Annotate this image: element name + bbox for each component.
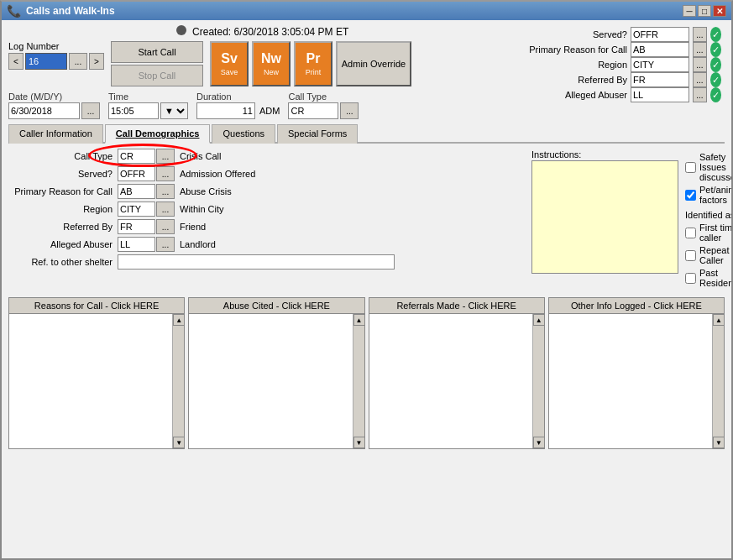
tab-questions[interactable]: Questions [212, 124, 275, 144]
tab-special-forms[interactable]: Special Forms [277, 124, 358, 144]
form-served-desc: Admission Offered [180, 169, 255, 179]
calltype-input[interactable] [288, 102, 338, 119]
pet-animal-checkbox[interactable] [685, 190, 696, 201]
tab-call-demographics[interactable]: Call Demographics [105, 124, 211, 144]
right-fields-section: Served? ... ✓ Primary Reason for Call ..… [523, 25, 725, 123]
reasons-for-call-header[interactable]: Reasons for Call - Click HERE [9, 298, 184, 314]
pet-animal-label: Pet/animal factors [699, 185, 733, 205]
form-served-input[interactable] [118, 166, 155, 181]
past-resident-checkbox[interactable] [685, 273, 696, 284]
action-buttons: Sv Save Nw New Pr Print Admin Override [210, 41, 411, 86]
abuse-scroll-down[interactable]: ▼ [353, 437, 364, 448]
print-button[interactable]: Pr Print [294, 41, 332, 86]
log-dots-button[interactable]: ... [69, 53, 87, 70]
other-info-scrollbar[interactable]: ▲ ▼ [712, 314, 724, 448]
log-prev-button[interactable]: < [8, 53, 24, 70]
form-row-referred-by: Referred By ... Friend [8, 219, 525, 234]
other-info-panel: Other Info Logged - Click HERE ▲ ▼ [548, 297, 725, 449]
repeat-caller-checkbox[interactable] [685, 250, 696, 261]
reasons-scroll-down[interactable]: ▼ [173, 437, 184, 448]
form-region-dots[interactable]: ... [156, 201, 175, 217]
alleged-abuser-label: Alleged Abuser [526, 90, 627, 100]
region-row: Region ... ✓ [526, 57, 721, 72]
minimize-button[interactable]: ─ [683, 5, 696, 17]
safety-issues-checkbox[interactable] [685, 162, 696, 173]
close-button[interactable]: ✕ [713, 5, 726, 17]
referrals-scroll-down[interactable]: ▼ [533, 437, 544, 448]
referred-by-input[interactable] [631, 72, 689, 87]
form-primary-reason-input[interactable] [118, 184, 155, 199]
calltype-dots-button[interactable]: ... [340, 102, 359, 119]
reasons-scroll-up[interactable]: ▲ [173, 314, 184, 326]
instructions-section: Instructions: Safety Issues discussed Pe… [531, 149, 725, 290]
abuse-scroll-up[interactable]: ▲ [353, 314, 364, 326]
alleged-abuser-input[interactable] [631, 87, 689, 102]
log-number-input[interactable] [25, 53, 67, 70]
date-input[interactable] [8, 102, 80, 119]
first-time-caller-label: First time caller [699, 222, 733, 243]
stop-call-button[interactable]: Stop Call [111, 65, 203, 86]
form-referred-by-input[interactable] [118, 219, 155, 234]
referrals-scroll-up[interactable]: ▲ [533, 314, 544, 326]
repeat-caller-row: Repeat Caller [685, 245, 733, 265]
log-next-button[interactable]: > [89, 53, 104, 70]
form-served-dots[interactable]: ... [156, 166, 175, 181]
maximize-button[interactable]: □ [698, 5, 711, 17]
other-info-scroll-up[interactable]: ▲ [713, 314, 724, 326]
new-button[interactable]: Nw New [252, 41, 291, 86]
date-dots-button[interactable]: ... [81, 102, 100, 119]
admin-override-button[interactable]: Admin Override [336, 41, 411, 86]
window-title: Calls and Walk-Ins [26, 5, 115, 17]
form-alleged-abuser-input[interactable] [118, 237, 155, 252]
pet-animal-row: Pet/animal factors [685, 185, 733, 205]
first-time-caller-checkbox[interactable] [685, 228, 696, 238]
title-bar-left: 📞 Calls and Walk-Ins [7, 4, 115, 18]
referred-by-label: Referred By [526, 75, 627, 85]
duration-label: Duration [196, 92, 280, 102]
duration-input[interactable] [196, 102, 255, 119]
served-input[interactable] [631, 27, 689, 42]
form-alleged-abuser-dots[interactable]: ... [156, 237, 175, 252]
form-referred-by-dots[interactable]: ... [156, 219, 175, 234]
reasons-for-call-panel: Reasons for Call - Click HERE ▲ ▼ [8, 297, 185, 449]
primary-reason-input[interactable] [631, 42, 689, 57]
alleged-abuser-row: Alleged Abuser ... ✓ [526, 87, 721, 102]
primary-reason-dots-button[interactable]: ... [693, 42, 707, 57]
alleged-abuser-check-icon: ✓ [710, 87, 721, 102]
calltype-label: Call Type [288, 92, 359, 102]
served-row: Served? ... ✓ [526, 27, 721, 42]
time-dropdown[interactable]: ▼ [160, 102, 188, 119]
region-input[interactable] [631, 57, 689, 72]
form-calltype-input[interactable] [118, 149, 155, 164]
referrals-scrollbar[interactable]: ▲ ▼ [532, 314, 544, 448]
time-label: Time [108, 92, 188, 102]
region-dots-button[interactable]: ... [693, 57, 707, 72]
abuse-cited-content: ▲ ▼ [189, 314, 364, 448]
alleged-abuser-dots-button[interactable]: ... [693, 87, 707, 102]
tabs: Caller Information Call Demographics Que… [8, 123, 725, 144]
form-calltype-dots[interactable]: ... [156, 149, 175, 164]
other-info-scroll-down[interactable]: ▼ [713, 437, 724, 448]
referrals-made-header[interactable]: Referrals Made - Click HERE [369, 298, 544, 314]
tab-caller-information[interactable]: Caller Information [8, 124, 103, 144]
date-field-group: Date (M/D/Y) ... [8, 92, 100, 119]
form-ref-shelter-input[interactable] [118, 254, 395, 270]
abuse-cited-header[interactable]: Abuse Cited - Click HERE [189, 298, 364, 314]
log-number-label: Log Number [8, 41, 104, 51]
region-label: Region [526, 60, 627, 70]
form-row-region: Region ... Within City [8, 201, 525, 217]
time-input[interactable] [108, 102, 159, 119]
form-primary-reason-dots[interactable]: ... [156, 184, 175, 199]
save-button[interactable]: Sv Save [210, 41, 249, 86]
other-info-header[interactable]: Other Info Logged - Click HERE [549, 298, 724, 314]
form-region-input[interactable] [118, 201, 155, 217]
form-row-served: Served? ... Admission Offered [8, 166, 525, 181]
start-call-button[interactable]: Start Call [111, 41, 203, 63]
abuse-scrollbar[interactable]: ▲ ▼ [353, 314, 364, 448]
referred-by-dots-button[interactable]: ... [693, 72, 707, 87]
referred-by-check-icon: ✓ [710, 72, 721, 87]
reasons-scrollbar[interactable]: ▲ ▼ [172, 314, 184, 448]
served-dots-button[interactable]: ... [693, 27, 707, 42]
form-row-primary-reason: Primary Reason for Call ... Abuse Crisis [8, 184, 525, 199]
date-input-row: ... [8, 102, 100, 119]
